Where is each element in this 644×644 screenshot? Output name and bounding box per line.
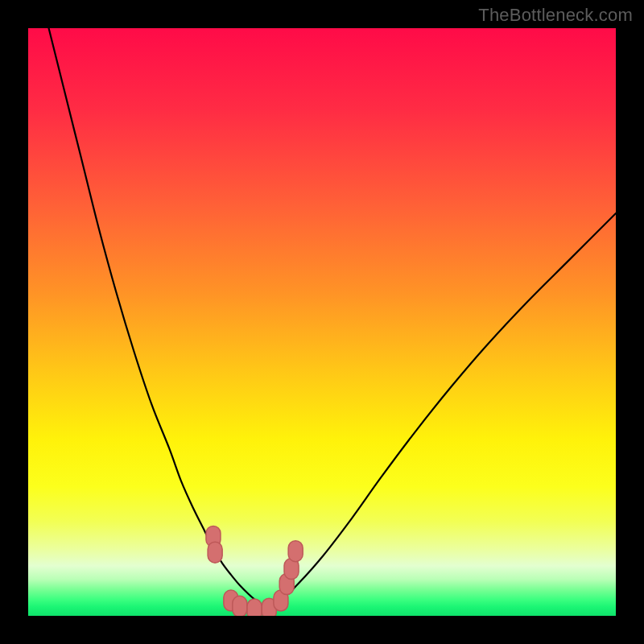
background-gradient <box>28 28 616 616</box>
watermark-text: TheBottleneck.com <box>478 5 633 26</box>
svg-rect-0 <box>28 28 616 616</box>
chart-frame: TheBottleneck.com <box>0 0 644 644</box>
plot-area <box>28 28 616 616</box>
